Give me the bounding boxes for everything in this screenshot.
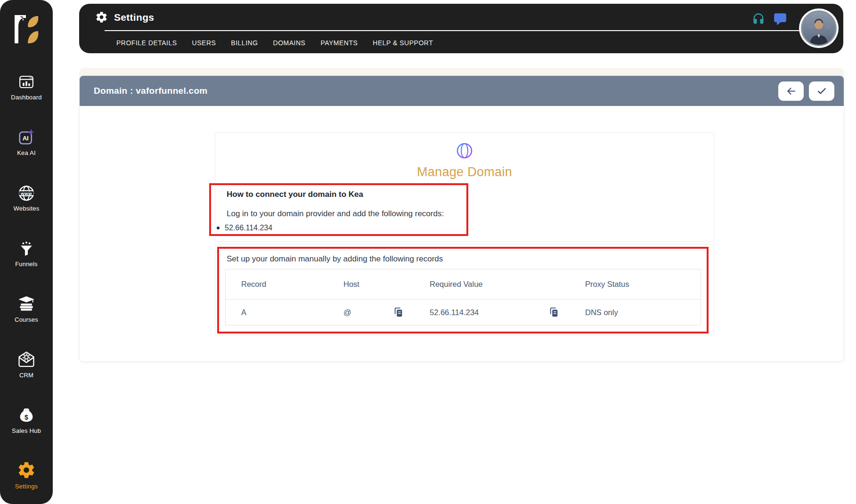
header-title-row: Settings [95, 11, 154, 24]
svg-text:AI: AI [23, 135, 29, 142]
tab-users[interactable]: USERS [192, 35, 216, 51]
avatar-photo [802, 12, 835, 45]
funnels-icon [18, 238, 35, 257]
settings-tabs: PROFILE DETAILS USERS BILLING DOMAINS PA… [116, 35, 433, 51]
arrow-left-icon [786, 86, 797, 97]
settings-gear-icon [95, 11, 108, 24]
support-headset-icon[interactable] [752, 12, 765, 25]
chat-bubble-icon[interactable] [774, 12, 787, 25]
column-header-proxy-status: Proxy Status [585, 280, 701, 289]
required-value-cell: 52.66.114.234 [430, 308, 549, 317]
sidebar-item-label: Settings [15, 483, 38, 490]
host-cell: @ [343, 308, 393, 317]
sidebar-item-label: Funnels [15, 260, 38, 268]
column-header-record: Record [241, 280, 343, 289]
crm-icon [17, 350, 35, 368]
sidebar: Dashboard AI Kea AI [0, 0, 53, 504]
dashboard-icon [18, 72, 35, 90]
sidebar-item-kea-ai[interactable]: AI Kea AI [0, 127, 53, 183]
copy-value-button[interactable] [549, 307, 559, 317]
column-header-required-value: Required Value [430, 280, 549, 289]
sidebar-item-dashboard[interactable]: Dashboard [0, 72, 53, 127]
tab-profile-details[interactable]: PROFILE DETAILS [116, 35, 177, 51]
table-header-row: Record Host Required Value Proxy Status [226, 269, 701, 299]
sales-hub-icon: $ [17, 405, 35, 424]
sidebar-nav: Dashboard AI Kea AI [0, 72, 53, 504]
proxy-status-cell: DNS only [585, 308, 701, 317]
dns-records-table: Record Host Required Value Proxy Status … [225, 269, 701, 325]
highlight-box-how-to: How to connect your domain to Kea Log in… [209, 183, 468, 236]
domain-bar-actions [778, 81, 834, 101]
sidebar-item-label: Dashboard [11, 94, 41, 101]
manage-domain-title: Manage Domain [215, 165, 714, 179]
sidebar-item-funnels[interactable]: Funnels [0, 238, 53, 294]
kea-logo[interactable] [12, 12, 41, 46]
kea-bird-logo-icon [12, 12, 41, 46]
sidebar-item-crm[interactable]: CRM [0, 350, 53, 405]
ip-record-item: 52.66.114.234 [217, 224, 272, 232]
sidebar-item-settings[interactable]: Settings [0, 461, 53, 504]
svg-text:$: $ [24, 414, 28, 421]
avatar-ring [801, 10, 837, 46]
highlight-box-manual-setup: Set up your domain manually by adding th… [217, 247, 709, 333]
copy-host-button[interactable] [393, 307, 404, 317]
app-window: Dashboard AI Kea AI [0, 0, 856, 504]
courses-icon [17, 294, 35, 313]
back-button[interactable] [778, 81, 804, 101]
sidebar-item-sales-hub[interactable]: $ Sales Hub [0, 405, 53, 461]
manual-setup-panel: Set up your domain manually by adding th… [215, 244, 714, 335]
copy-icon [393, 307, 404, 317]
domain-settings-card: Domain : vaforfunnel.com [79, 75, 844, 362]
sidebar-item-label: Websites [14, 205, 40, 212]
settings-gear-icon [17, 461, 36, 480]
domain-title-bar: Domain : vaforfunnel.com [80, 76, 844, 106]
user-avatar[interactable] [799, 8, 839, 48]
top-header: Settings PROFILE DETAILS USERS BILLING D… [79, 4, 843, 53]
check-icon [816, 86, 827, 97]
globe-gradient-icon [453, 139, 476, 162]
record-type-cell: A [241, 308, 343, 317]
domain-title: Domain : vaforfunnel.com [94, 86, 208, 96]
confirm-button[interactable] [809, 81, 834, 101]
sidebar-item-label: CRM [19, 372, 33, 379]
bullet-dot [217, 227, 220, 229]
how-to-instruction: Log in to your domain provider and add t… [227, 209, 444, 219]
ip-record-value: 52.66.114.234 [225, 224, 272, 232]
header-divider [105, 30, 801, 31]
websites-globe-icon: www [17, 183, 35, 202]
table-row: A @ 52.66.114.234 [226, 299, 701, 325]
svg-text:www: www [20, 191, 32, 196]
page-title: Settings [114, 12, 154, 23]
sidebar-item-label: Kea AI [17, 149, 36, 156]
copy-icon [549, 307, 559, 317]
tab-payments[interactable]: PAYMENTS [320, 35, 358, 51]
sidebar-item-courses[interactable]: Courses [0, 294, 53, 350]
tab-domains[interactable]: DOMAINS [273, 35, 306, 51]
sidebar-item-websites[interactable]: www Websites [0, 183, 53, 238]
sidebar-item-label: Sales Hub [12, 427, 41, 434]
tab-billing[interactable]: BILLING [231, 35, 258, 51]
column-header-host: Host [343, 280, 393, 289]
sidebar-item-label: Courses [15, 316, 38, 323]
how-to-heading: How to connect your domain to Kea [227, 190, 363, 199]
tab-help-support[interactable]: HELP & SUPPORT [373, 35, 433, 51]
manual-setup-heading: Set up your domain manually by adding th… [227, 254, 443, 264]
kea-ai-icon: AI [17, 127, 35, 146]
